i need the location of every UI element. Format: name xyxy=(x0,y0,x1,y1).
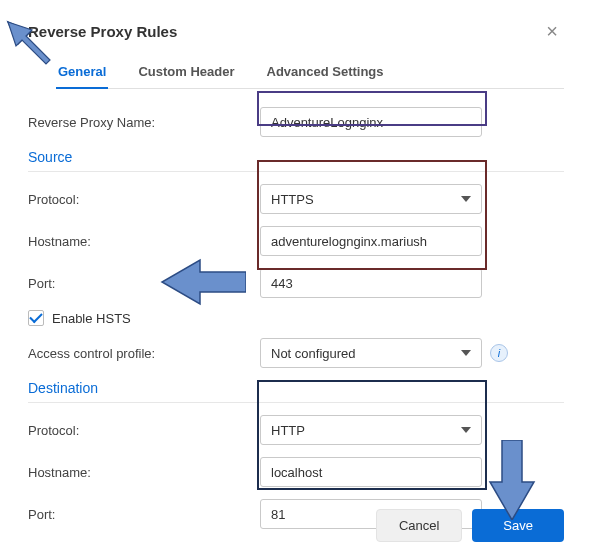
enable-hsts-checkbox[interactable] xyxy=(28,310,44,326)
src-protocol-value: HTTPS xyxy=(271,192,314,207)
dst-port-label: Port: xyxy=(28,507,260,522)
src-protocol-select[interactable]: HTTPS xyxy=(260,184,482,214)
source-heading: Source xyxy=(28,149,564,172)
src-protocol-label: Protocol: xyxy=(28,192,260,207)
chevron-down-icon xyxy=(461,427,471,433)
src-hostname-input[interactable] xyxy=(260,226,482,256)
button-bar: Cancel Save xyxy=(376,509,564,542)
tab-general[interactable]: General xyxy=(56,56,108,89)
dialog-title: Reverse Proxy Rules xyxy=(28,23,177,40)
dst-hostname-label: Hostname: xyxy=(28,465,260,480)
src-port-input[interactable] xyxy=(260,268,482,298)
reverse-proxy-name-input[interactable] xyxy=(260,107,482,137)
acp-label: Access control profile: xyxy=(28,346,260,361)
info-icon[interactable]: i xyxy=(490,344,508,362)
destination-heading: Destination xyxy=(28,380,564,403)
name-label: Reverse Proxy Name: xyxy=(28,115,260,130)
cancel-button[interactable]: Cancel xyxy=(376,509,462,542)
chevron-down-icon xyxy=(461,196,471,202)
dst-protocol-label: Protocol: xyxy=(28,423,260,438)
dst-protocol-value: HTTP xyxy=(271,423,305,438)
save-button[interactable]: Save xyxy=(472,509,564,542)
tab-custom-header[interactable]: Custom Header xyxy=(136,56,236,89)
enable-hsts-label: Enable HSTS xyxy=(52,311,131,326)
src-hostname-label: Hostname: xyxy=(28,234,260,249)
chevron-down-icon xyxy=(461,350,471,356)
dst-hostname-input[interactable] xyxy=(260,457,482,487)
tab-bar: General Custom Header Advanced Settings xyxy=(56,55,564,89)
src-port-label: Port: xyxy=(28,276,260,291)
dst-protocol-select[interactable]: HTTP xyxy=(260,415,482,445)
acp-value: Not configured xyxy=(271,346,356,361)
tab-advanced-settings[interactable]: Advanced Settings xyxy=(265,56,386,89)
close-icon[interactable]: × xyxy=(540,18,564,45)
acp-select[interactable]: Not configured xyxy=(260,338,482,368)
